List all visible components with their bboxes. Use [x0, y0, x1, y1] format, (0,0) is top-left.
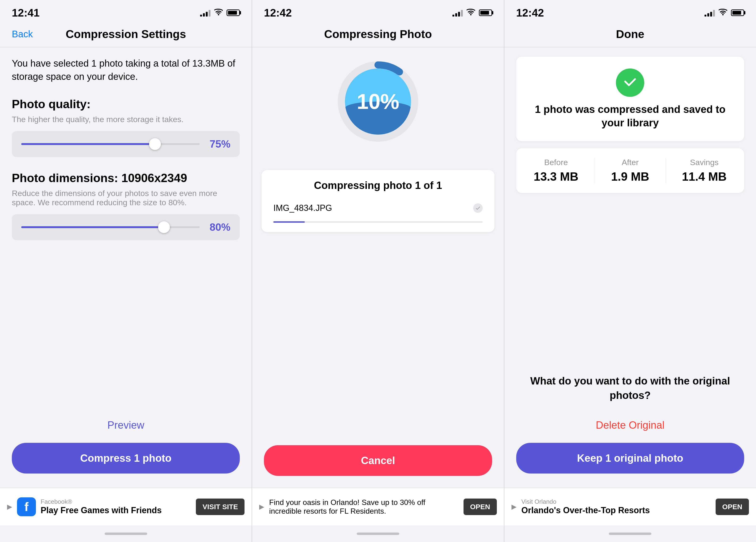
ad-banner-1: ▶ f Facebook® Play Free Games with Frien…	[0, 488, 252, 525]
stat-after-label: After	[622, 158, 639, 167]
home-indicator-area-1	[0, 525, 252, 542]
checkmark-icon	[622, 73, 638, 92]
stat-savings-label: Savings	[690, 158, 719, 167]
stats-card: Before 13.3 MB After 1.9 MB Savings 11.4…	[516, 148, 744, 193]
nav-bar-3: Done	[504, 21, 756, 47]
stat-before-value: 13.3 MB	[534, 170, 578, 184]
nav-title-2: Compressing Photo	[324, 28, 432, 41]
status-icons-2	[452, 9, 492, 17]
compress-detail-card: Compressing photo 1 of 1 IMG_4834.JPG	[262, 170, 494, 232]
stat-savings-value: 11.4 MB	[682, 170, 727, 184]
dimensions-slider-fill	[21, 226, 164, 228]
wifi-icon-2	[467, 9, 475, 17]
nav-title-1: Compression Settings	[66, 28, 186, 41]
screen-compressing: 12:42 Compressing Photo	[252, 0, 504, 542]
ad-main-text-2: Find your oasis in Orlando! Save up to 3…	[269, 498, 459, 516]
status-bar-2: 12:42	[252, 0, 504, 21]
done-content: 1 photo was compressed and saved to your…	[504, 47, 756, 488]
compress-detail-title: Compressing photo 1 of 1	[273, 180, 482, 191]
ad-banner-3: ▶ Visit Orlando Orlando's Over-the-Top R…	[504, 488, 756, 525]
nav-bar-1: Back Compression Settings	[0, 21, 252, 47]
ad-button-3[interactable]: OPEN	[716, 499, 749, 515]
stat-before: Before 13.3 MB	[534, 158, 578, 184]
signal-icon-3	[704, 9, 715, 17]
dimensions-title: Photo dimensions: 10906x2349	[12, 171, 240, 185]
home-indicator-3	[609, 533, 651, 535]
compress-check-icon	[473, 203, 483, 213]
dimensions-subtitle: Reduce the dimensions of your photos to …	[12, 189, 240, 207]
progress-area: 10%	[252, 47, 504, 170]
status-time-1: 12:41	[12, 6, 40, 19]
ad-triangle-2: ▶	[259, 503, 264, 511]
nav-title-3: Done	[616, 28, 644, 41]
success-text: 1 photo was compressed and saved to your…	[526, 103, 735, 129]
wifi-icon-1	[214, 9, 223, 17]
screen-compression-settings: 12:41 Back Compression Settings	[0, 0, 252, 542]
ad-small-text-1: Facebook®	[41, 498, 191, 505]
ad-button-1[interactable]: VISIT SITE	[196, 499, 245, 515]
ad-text-2: Find your oasis in Orlando! Save up to 3…	[269, 498, 459, 516]
compress-button[interactable]: Compress 1 photo	[12, 443, 240, 473]
home-indicator-1	[105, 533, 147, 535]
compress-file-progress-track	[273, 221, 482, 223]
back-button-1[interactable]: Back	[12, 29, 33, 39]
home-indicator-2	[357, 533, 399, 535]
dimensions-section: Photo dimensions: 10906x2349 Reduce the …	[12, 171, 240, 255]
ad-main-text-3: Orlando's Over-the-Top Resorts	[521, 505, 711, 515]
screen-1-content: You have selected 1 photo taking a total…	[0, 47, 252, 488]
original-question: What do you want to do with the original…	[516, 369, 744, 407]
compress-file-progress-fill	[273, 221, 305, 223]
quality-slider-thumb[interactable]	[149, 138, 161, 150]
signal-icon-2	[452, 9, 463, 17]
battery-icon-1	[227, 9, 240, 16]
stat-after: After 1.9 MB	[611, 158, 649, 184]
stat-after-value: 1.9 MB	[611, 170, 649, 184]
cancel-btn-container: Cancel	[252, 445, 504, 488]
preview-button[interactable]: Preview	[12, 414, 240, 436]
ad-banner-2: ▶ Find your oasis in Orlando! Save up to…	[252, 488, 504, 525]
quality-slider-container: 75%	[12, 131, 240, 157]
ad-button-2[interactable]: OPEN	[464, 499, 497, 515]
status-time-3: 12:42	[516, 6, 544, 19]
status-icons-1	[200, 9, 240, 17]
ad-triangle-3: ▶	[511, 503, 517, 511]
quality-section: Photo quality: The higher the quality, t…	[12, 97, 240, 171]
ad-icon-1: f	[17, 497, 36, 516]
dimensions-slider-thumb[interactable]	[158, 221, 170, 233]
compress-file-name: IMG_4834.JPG	[273, 203, 332, 213]
wifi-icon-3	[719, 9, 727, 17]
quality-slider-track[interactable]	[21, 143, 200, 145]
ad-text-3: Visit Orlando Orlando's Over-the-Top Res…	[521, 498, 711, 515]
compress-file-row: IMG_4834.JPG	[273, 199, 482, 218]
nav-bar-2: Compressing Photo	[252, 21, 504, 47]
success-card: 1 photo was compressed and saved to your…	[516, 57, 744, 141]
dimensions-slider-track[interactable]	[21, 226, 200, 228]
battery-icon-2	[479, 9, 492, 16]
signal-icon-1	[200, 9, 210, 17]
keep-button[interactable]: Keep 1 original photo	[516, 443, 744, 473]
ad-text-1: Facebook® Play Free Games with Friends	[41, 498, 191, 515]
ad-main-text-1: Play Free Games with Friends	[41, 505, 191, 515]
stat-before-label: Before	[544, 158, 568, 167]
info-text-1: You have selected 1 photo taking a total…	[12, 57, 240, 83]
delete-original-button[interactable]: Delete Original	[516, 414, 744, 436]
quality-slider-value: 75%	[207, 138, 230, 150]
ad-small-text-3: Visit Orlando	[521, 498, 711, 505]
ad-triangle-1: ▶	[7, 503, 12, 511]
status-bar-3: 12:42	[504, 0, 756, 21]
progress-circle: 10%	[338, 61, 418, 142]
status-bar-1: 12:41	[0, 0, 252, 21]
progress-circle-inner: 10%	[345, 69, 411, 135]
dimensions-slider-container: 80%	[12, 214, 240, 240]
cancel-button[interactable]: Cancel	[264, 445, 492, 476]
stat-divider-1	[595, 158, 595, 184]
battery-icon-3	[731, 9, 744, 16]
status-icons-3	[704, 9, 744, 17]
home-indicator-area-2	[252, 525, 504, 542]
status-time-2: 12:42	[264, 6, 292, 19]
quality-subtitle: The higher the quality, the more storage…	[12, 115, 240, 124]
home-indicator-area-3	[504, 525, 756, 542]
quality-slider-fill	[21, 143, 155, 145]
screen-done: 12:42 Done	[504, 0, 756, 542]
stat-savings: Savings 11.4 MB	[682, 158, 727, 184]
